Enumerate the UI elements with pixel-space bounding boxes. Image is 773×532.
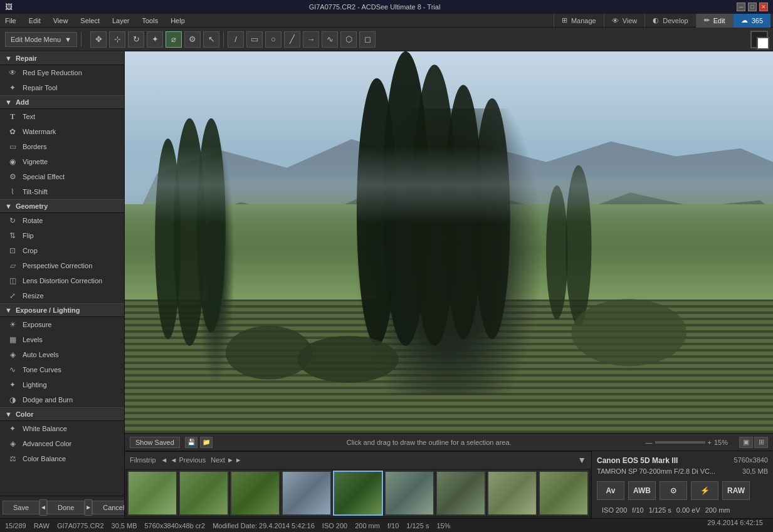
section-geometry[interactable]: ▼ Geometry bbox=[0, 199, 124, 213]
selection-tool-button[interactable]: ⊹ bbox=[109, 31, 125, 48]
menu-view[interactable]: View bbox=[51, 16, 71, 26]
compare-view-button[interactable]: ⊞ bbox=[754, 437, 768, 448]
thumbnail-8[interactable] bbox=[487, 471, 537, 516]
rotate-tool-button[interactable]: ↻ bbox=[128, 31, 144, 48]
next-nav-button[interactable]: ► bbox=[85, 499, 92, 516]
menu-tools[interactable]: Tools bbox=[139, 16, 160, 26]
flash-mode[interactable]: ⚡ bbox=[691, 481, 718, 500]
panel-item-borders[interactable]: ▭ Borders bbox=[0, 139, 124, 154]
window-controls[interactable]: ─ □ ✕ bbox=[737, 3, 768, 11]
menu-select[interactable]: Select bbox=[78, 16, 102, 26]
image-area[interactable] bbox=[125, 51, 773, 433]
menu-layer[interactable]: Layer bbox=[110, 16, 132, 26]
panel-item-flip[interactable]: ⇅ Flip bbox=[0, 228, 124, 243]
tab-365[interactable]: ☁ 365 bbox=[733, 14, 770, 28]
lasso-button[interactable]: ⌀ bbox=[166, 31, 182, 48]
tab-develop[interactable]: ◐ Develop bbox=[644, 14, 695, 28]
panel-item-perspective[interactable]: ▱ Perspective Correction bbox=[0, 258, 124, 273]
panel-item-tilt-shift[interactable]: ⌇ Tilt-Shift bbox=[0, 184, 124, 199]
maximize-button[interactable]: □ bbox=[748, 3, 757, 11]
panel-item-exposure[interactable]: ☀ Exposure bbox=[0, 317, 124, 332]
resize-icon: ⤢ bbox=[8, 291, 18, 301]
background-color[interactable] bbox=[757, 37, 769, 50]
curve-button[interactable]: ∿ bbox=[322, 31, 338, 48]
panel-item-rotate[interactable]: ↻ Rotate bbox=[0, 213, 124, 228]
done-button[interactable]: Done bbox=[47, 501, 85, 514]
thumbnail-5-active[interactable] bbox=[333, 471, 383, 516]
menu-edit[interactable]: Edit bbox=[26, 16, 43, 26]
panel-item-special-effect[interactable]: ⚙ Special Effect bbox=[0, 169, 124, 184]
thumbnail-9[interactable] bbox=[539, 471, 589, 516]
cancel-button[interactable]: Cancel bbox=[92, 501, 125, 514]
thumbnail-2[interactable] bbox=[179, 471, 229, 516]
section-exposure[interactable]: ▼ Exposure / Lighting bbox=[0, 303, 124, 317]
thumbnail-7[interactable] bbox=[436, 471, 486, 516]
panel-item-auto-levels[interactable]: ◈ Auto Levels bbox=[0, 347, 124, 362]
section-color[interactable]: ▼ Color bbox=[0, 407, 124, 421]
menu-file[interactable]: File bbox=[3, 16, 19, 26]
thumbnail-4[interactable] bbox=[281, 471, 332, 516]
close-button[interactable]: ✕ bbox=[759, 3, 768, 11]
panel-item-text[interactable]: T Text bbox=[0, 109, 124, 124]
watermark-icon: ✿ bbox=[8, 127, 18, 137]
tab-edit[interactable]: ✏ Edit bbox=[696, 14, 733, 28]
menubar: File Edit View Select Layer Tools Help ⊞… bbox=[0, 14, 773, 28]
eraser-button[interactable]: ◻ bbox=[359, 31, 376, 48]
single-view-button[interactable]: ▣ bbox=[739, 437, 753, 448]
panel-item-tone-curves[interactable]: ∿ Tone Curves bbox=[0, 362, 124, 377]
show-saved-button[interactable]: Show Saved bbox=[130, 437, 180, 448]
cursor-button[interactable]: ↖ bbox=[203, 31, 219, 48]
panel-item-dodge-burn[interactable]: ◑ Dodge and Burn bbox=[0, 392, 124, 407]
circle-button[interactable]: ○ bbox=[265, 31, 281, 48]
menu-help[interactable]: Help bbox=[168, 16, 187, 26]
thumbnail-6[interactable] bbox=[384, 471, 434, 516]
save-icon-2[interactable]: 📁 bbox=[200, 437, 213, 448]
panel-item-lighting[interactable]: ✦ Lighting bbox=[0, 377, 124, 392]
panel-item-watermark[interactable]: ✿ Watermark bbox=[0, 124, 124, 139]
filmstrip-next-button[interactable]: Next ► ► bbox=[211, 456, 241, 464]
section-add[interactable]: ▼ Add bbox=[0, 95, 124, 109]
arrow-button[interactable]: → bbox=[303, 31, 319, 48]
foreground-color[interactable] bbox=[750, 31, 768, 48]
panel-item-red-eye[interactable]: 👁 Red Eye Reduction bbox=[0, 65, 124, 80]
line-button[interactable]: ╱ bbox=[284, 31, 300, 48]
pen-button[interactable]: / bbox=[228, 31, 244, 48]
panel-item-white-balance[interactable]: ✦ White Balance bbox=[0, 421, 124, 436]
panel-item-crop[interactable]: ⊡ Crop bbox=[0, 243, 124, 258]
panel-item-repair-tool[interactable]: ✦ Repair Tool bbox=[0, 80, 124, 95]
filmstrip-thumbnails[interactable] bbox=[125, 469, 591, 518]
zoom-plus[interactable]: + bbox=[708, 439, 712, 446]
zoom-minus[interactable]: — bbox=[646, 439, 653, 446]
zoom-slider[interactable] bbox=[655, 441, 705, 444]
save-button[interactable]: Save bbox=[3, 501, 39, 514]
section-repair[interactable]: ▼ Repair bbox=[0, 51, 124, 65]
panel-scroll-area[interactable]: ▼ Repair 👁 Red Eye Reduction ✦ Repair To… bbox=[0, 51, 124, 496]
save-icon-1[interactable]: 💾 bbox=[185, 437, 197, 448]
raw-format[interactable]: RAW bbox=[722, 481, 750, 500]
edit-mode-dropdown[interactable]: Edit Mode Menu ▼ bbox=[5, 32, 77, 47]
tab-view[interactable]: 👁 View bbox=[604, 14, 645, 28]
prev-nav-button[interactable]: ◄ bbox=[39, 499, 47, 516]
white-balance-mode[interactable]: AWB bbox=[628, 481, 656, 500]
panel-item-vignette[interactable]: ◉ Vignette bbox=[0, 154, 124, 169]
polygon-button[interactable]: ⬡ bbox=[340, 31, 357, 48]
thumbnail-3[interactable] bbox=[230, 471, 280, 516]
rect-button[interactable]: ▭ bbox=[246, 31, 263, 48]
panel-item-lens-distortion[interactable]: ◫ Lens Distortion Correction bbox=[0, 273, 124, 288]
panel-item-resize[interactable]: ⤢ Resize bbox=[0, 288, 124, 303]
thumbnail-1[interactable] bbox=[127, 471, 177, 516]
minimize-button[interactable]: ─ bbox=[737, 3, 745, 11]
paint-button[interactable]: ⚙ bbox=[184, 31, 201, 48]
curve-icon: ∿ bbox=[327, 34, 334, 44]
metering-mode[interactable]: ⊙ bbox=[660, 481, 687, 500]
shooting-mode-av[interactable]: Av bbox=[597, 481, 624, 500]
filmstrip-prev-button[interactable]: ◄ ◄ Previous bbox=[161, 456, 206, 464]
zoom-controls: — + 15% bbox=[646, 439, 734, 446]
magic-wand-button[interactable]: ✦ bbox=[147, 31, 163, 48]
panel-item-advanced-color[interactable]: ◈ Advanced Color bbox=[0, 436, 124, 451]
panel-item-levels[interactable]: ▦ Levels bbox=[0, 332, 124, 347]
tab-manage[interactable]: ⊞ Manage bbox=[554, 14, 604, 28]
panel-item-color-balance[interactable]: ⚖ Color Balance bbox=[0, 451, 124, 466]
filmstrip-menu-icon[interactable]: ▼ bbox=[577, 455, 586, 465]
move-tool-button[interactable]: ✥ bbox=[90, 31, 107, 48]
